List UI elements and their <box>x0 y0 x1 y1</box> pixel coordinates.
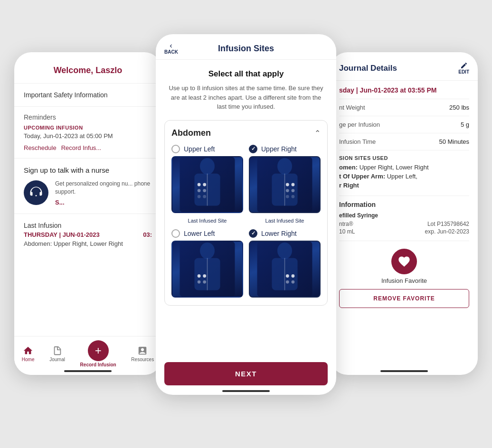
weight-value: 250 lbs <box>449 104 469 111</box>
site-prefix-3: r Right <box>339 182 359 189</box>
nav-record-label: Record Infusion <box>80 362 116 367</box>
svg-point-33 <box>292 274 295 278</box>
upper-right-radio[interactable] <box>249 145 257 153</box>
svg-point-21 <box>200 242 215 259</box>
body-silhouette-lr <box>250 242 320 297</box>
syringe-volume: 10 mL <box>339 228 355 235</box>
nurse-description: Get personalized ongoing nu... phone sup… <box>55 180 152 206</box>
nav-journal[interactable]: Journal <box>49 345 65 362</box>
upper-left-badge: Last Infused Site <box>171 218 243 224</box>
weight-label: nt Weight <box>339 104 365 111</box>
info-title: Information <box>339 201 469 208</box>
lower-left-label: Lower Left <box>184 230 215 237</box>
heart-circle <box>391 249 417 274</box>
sites-used-section: SION SITES USED omen: Upper Right, Lower… <box>339 150 469 196</box>
chevron-up-icon[interactable]: ⌃ <box>314 129 321 138</box>
safety-info-button[interactable]: Important Safety Information <box>14 84 161 107</box>
remove-favorite-button[interactable]: REMOVE FAVORITE <box>339 289 469 308</box>
svg-point-24 <box>198 274 201 278</box>
body-silhouette-ur <box>250 157 320 212</box>
heart-icon <box>397 255 411 268</box>
nurse-section: Sign up to talk with a nurse Get persona… <box>14 159 161 214</box>
upper-right-label-row: Upper Right <box>249 145 321 153</box>
svg-point-34 <box>286 280 289 283</box>
nav-record[interactable]: + Record Infusion <box>80 340 116 367</box>
svg-point-14 <box>286 183 289 186</box>
info-section: Information efilled Syringe ntra® Lot P1… <box>339 196 469 241</box>
site-upper-right: Upper Right <box>249 145 321 224</box>
site-text-2: Upper Left, <box>387 173 417 180</box>
site-detail-2: t Of Upper Arm: Upper Left, <box>339 173 469 180</box>
upper-left-body-image[interactable] <box>171 156 243 213</box>
svg-point-32 <box>286 274 289 278</box>
phone-center: BACK Infusion Sites Select all that appl… <box>156 34 336 395</box>
svg-point-1 <box>200 158 215 174</box>
headset-icon <box>29 186 43 200</box>
record-infusion-link[interactable]: Record Infus... <box>61 144 102 151</box>
center-screen-title: Infusion Sites <box>164 44 328 54</box>
site-prefix-1: omen: <box>339 164 358 171</box>
syringe-exp: exp. Jun-02-2023 <box>425 228 469 235</box>
svg-point-9 <box>203 195 206 198</box>
nav-resources-label: Resources <box>131 357 154 362</box>
reminders-section: Reminders UPCOMING INFUSION Today, Jun-0… <box>14 107 161 159</box>
favorite-section: Infusion Favorite REMOVE FAVORITE <box>339 241 469 313</box>
site-grid: Upper Left <box>171 145 321 298</box>
site-text-1: Upper Right, Lower Right <box>360 164 429 171</box>
edit-icon <box>460 62 468 69</box>
record-plus-icon: + <box>88 340 109 361</box>
reminders-label: Reminders <box>24 113 152 121</box>
nurse-title: Sign up to talk with a nurse <box>24 166 152 174</box>
select-title: Select all that apply <box>164 69 328 79</box>
svg-point-17 <box>292 189 295 192</box>
syringe-volume-row: 10 mL exp. Jun-02-2023 <box>339 228 469 235</box>
lower-left-body-image[interactable] <box>171 241 243 298</box>
upper-left-label-row: Upper Left <box>171 145 243 153</box>
upper-left-radio[interactable] <box>171 145 180 153</box>
welcome-text: Welcome, Laszlo <box>24 65 152 75</box>
center-header: BACK Infusion Sites <box>156 34 336 60</box>
select-description: Use up to 8 infusion sites at the same t… <box>164 84 328 112</box>
site-lower-right: Lower Right <box>249 229 321 298</box>
lower-right-radio[interactable] <box>249 229 257 238</box>
upcoming-badge: UPCOMING INFUSION <box>24 125 152 131</box>
syringe-lot: Lot P135798642 <box>427 221 469 227</box>
svg-point-29 <box>277 242 292 259</box>
infusion-date: Today, Jun-01-2023 at 05:00 PM <box>24 132 152 140</box>
last-infusion-section: Last Infusion THURSDAY | JUN-01-2023 03:… <box>14 214 161 255</box>
home-indicator <box>64 370 112 372</box>
weight-row: nt Weight 250 lbs <box>339 99 469 116</box>
upper-right-badge: Last Infused Site <box>249 218 321 224</box>
lower-right-body-image[interactable] <box>249 241 321 298</box>
abdomen-section-card: Abdomen ⌃ Upper Left <box>164 120 328 306</box>
edit-button[interactable]: EDIT <box>458 62 469 75</box>
lower-left-radio[interactable] <box>171 229 180 238</box>
back-button[interactable]: BACK <box>164 43 178 55</box>
fav-label: Infusion Favorite <box>381 277 427 284</box>
reschedule-link[interactable]: Reschedule <box>24 144 57 151</box>
right-body: sday | Jun-01-2023 at 03:55 PM nt Weight… <box>331 81 478 313</box>
back-arrow-icon <box>168 43 174 49</box>
site-detail-1: omen: Upper Right, Lower Right <box>339 164 469 171</box>
nurse-row: Get personalized ongoing nu... phone sup… <box>24 180 152 206</box>
infusion-time-row: Infusion Time 50 Minutes <box>339 133 469 150</box>
svg-point-5 <box>203 183 206 186</box>
upper-right-body-image[interactable] <box>249 156 321 213</box>
section-header: Abdomen ⌃ <box>171 128 321 138</box>
nurse-signup-link[interactable]: S... <box>55 199 152 206</box>
nav-journal-label: Journal <box>49 357 65 362</box>
left-content: Important Safety Information Reminders U… <box>14 84 161 255</box>
next-button[interactable]: NEXT <box>164 362 328 385</box>
nav-resources[interactable]: Resources <box>131 345 154 362</box>
svg-point-27 <box>203 280 206 283</box>
site-detail-3: r Right <box>339 182 469 189</box>
center-home-indicator <box>222 390 270 392</box>
svg-point-19 <box>292 195 295 198</box>
svg-point-16 <box>286 189 289 192</box>
last-infusion-site: Abdomen: Upper Right, Lower Right <box>24 240 152 247</box>
site-prefix-2: t Of Upper Arm: <box>339 173 385 180</box>
dosage-value: 5 g <box>461 121 469 128</box>
sites-title: SION SITES USED <box>339 155 469 161</box>
edit-label: EDIT <box>458 69 469 75</box>
nav-home[interactable]: Home <box>22 345 35 362</box>
